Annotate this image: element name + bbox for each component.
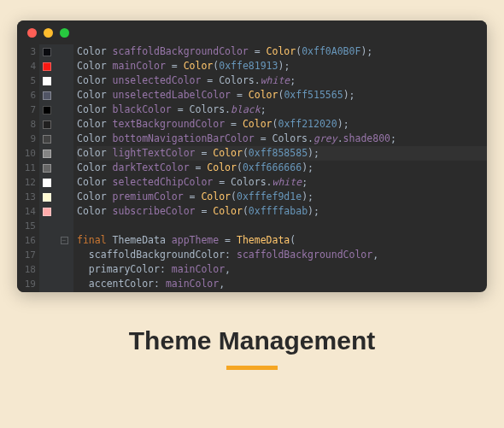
line-number: 10	[17, 146, 36, 161]
code-line[interactable]: scaffoldBackgroundColor: scaffoldBackgro…	[77, 248, 487, 262]
code-line[interactable]: Color blackColor = Colors.black;	[77, 103, 487, 117]
line-number-gutter: 345678910111213141516171819	[17, 44, 39, 292]
gutter-cell	[55, 117, 73, 132]
color-swatch-gutter	[39, 44, 55, 292]
code-line[interactable]: Color mainColor = Color(0xffe81913);	[77, 59, 487, 73]
color-swatch-icon	[43, 266, 51, 274]
title-underline	[226, 366, 278, 370]
gutter-cell	[55, 161, 73, 175]
code-line[interactable]: Color premiumColor = Color(0xfffef9d1e);	[77, 190, 487, 204]
line-number: 19	[17, 277, 36, 291]
code-line[interactable]: Color selectedChipColor = Colors.white;	[77, 175, 487, 190]
gutter-cell	[55, 190, 73, 204]
color-swatch-icon	[43, 251, 51, 260]
line-number: 6	[17, 88, 36, 103]
gutter-cell	[55, 73, 73, 88]
line-number: 12	[17, 175, 36, 190]
gutter-cell	[55, 103, 73, 117]
fold-icon[interactable]: −	[61, 237, 68, 244]
code-line[interactable]: final ThemeData appTheme = ThemeData(	[77, 233, 487, 248]
gutter-cell	[55, 175, 73, 190]
color-swatch-icon[interactable]	[43, 120, 51, 129]
color-swatch-icon[interactable]	[43, 135, 51, 144]
color-swatch-icon	[43, 222, 51, 231]
gutter-cell	[55, 262, 73, 277]
color-swatch-icon[interactable]	[43, 164, 51, 173]
code-area: 345678910111213141516171819 − Color scaf…	[17, 44, 487, 292]
color-swatch-icon[interactable]	[43, 208, 51, 216]
line-number: 8	[17, 117, 36, 132]
code-content[interactable]: Color scaffoldBackgroundColor = Color(0x…	[73, 44, 487, 292]
line-number: 3	[17, 44, 36, 59]
line-number: 17	[17, 248, 36, 262]
fold-gutter: −	[55, 44, 73, 292]
code-line[interactable]: Color subscribeColor = Color(0xffffabab)…	[77, 204, 487, 219]
gutter-cell	[55, 204, 73, 219]
color-swatch-icon[interactable]	[43, 106, 51, 114]
color-swatch-icon[interactable]	[43, 62, 51, 71]
page-title: Theme Management	[129, 326, 375, 355]
line-number: 11	[17, 161, 36, 175]
line-number: 5	[17, 73, 36, 88]
color-swatch-icon[interactable]	[43, 77, 51, 85]
line-number: 4	[17, 59, 36, 73]
line-number: 15	[17, 219, 36, 233]
close-icon[interactable]	[27, 28, 37, 38]
gutter-cell	[55, 146, 73, 161]
color-swatch-icon[interactable]	[43, 193, 51, 202]
color-swatch-icon	[43, 237, 51, 245]
color-swatch-icon	[43, 280, 51, 289]
code-line[interactable]: Color lightTextColor = Color(0xff858585)…	[77, 146, 487, 161]
code-line[interactable]: Color scaffoldBackgroundColor = Color(0x…	[77, 44, 487, 59]
code-editor: 345678910111213141516171819 − Color scaf…	[17, 21, 487, 292]
gutter-cell	[55, 132, 73, 146]
gutter-cell	[55, 277, 73, 291]
maximize-icon[interactable]	[60, 28, 69, 38]
gutter-cell	[55, 88, 73, 103]
line-number: 7	[17, 103, 36, 117]
color-swatch-icon[interactable]	[43, 48, 51, 56]
code-line[interactable]: primaryColor: mainColor,	[77, 262, 487, 277]
gutter-cell	[55, 219, 73, 233]
color-swatch-icon[interactable]	[43, 150, 51, 158]
color-swatch-icon[interactable]	[43, 179, 51, 187]
gutter-cell: −	[55, 233, 73, 248]
color-swatch-icon[interactable]	[43, 91, 51, 100]
gutter-cell	[55, 59, 73, 73]
code-line[interactable]: Color textBackgroundColor = Color(0xff21…	[77, 117, 487, 132]
minimize-icon[interactable]	[44, 28, 53, 38]
gutter-cell	[55, 248, 73, 262]
window-titlebar	[17, 21, 487, 44]
code-line[interactable]	[77, 219, 487, 233]
code-line[interactable]: Color unselectedLabelColor = Color(0xff5…	[77, 88, 487, 103]
line-number: 9	[17, 132, 36, 146]
line-number: 13	[17, 190, 36, 204]
line-number: 14	[17, 204, 36, 219]
gutter-cell	[55, 44, 73, 59]
line-number: 16	[17, 233, 36, 248]
code-line[interactable]: Color darkTextColor = Color(0xff666666);	[77, 161, 487, 175]
code-line[interactable]: accentColor: mainColor,	[77, 277, 487, 291]
line-number: 18	[17, 262, 36, 277]
code-line[interactable]: Color unselectedColor = Colors.white;	[77, 73, 487, 88]
code-line[interactable]: Color bottomNavigationBarColor = Colors.…	[77, 132, 487, 146]
